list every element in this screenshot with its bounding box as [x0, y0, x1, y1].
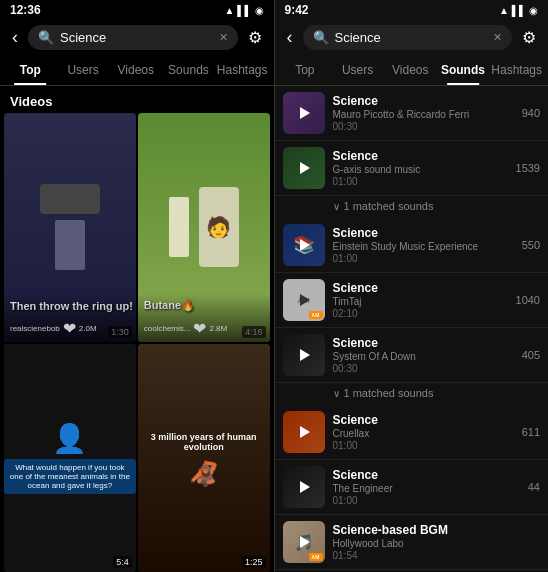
play-overlay-1 — [283, 92, 325, 134]
play-icon-4 — [300, 294, 310, 306]
sound-title-5: Science — [333, 336, 514, 350]
left-tab-videos[interactable]: Videos — [109, 55, 162, 85]
sound-info-2: Science G-axis sound music 01:00 — [333, 149, 508, 187]
sound-title-1: Science — [333, 94, 514, 108]
sound-info-4: Science TimTaj 02:10 — [333, 281, 508, 319]
right-search-input[interactable]: Science — [335, 30, 488, 45]
play-icon-2 — [300, 162, 310, 174]
battery-icon: ◉ — [255, 5, 264, 16]
sound-item-2[interactable]: Science G-axis sound music 01:00 1539 — [275, 141, 549, 196]
left-filter-button[interactable]: ⚙ — [244, 24, 266, 51]
sound-duration-8: 01:54 — [333, 550, 533, 561]
video-card-1[interactable]: Then throw the ring up! 1:30 realscieneb… — [4, 113, 136, 342]
sound-info-1: Science Mauro Picotto & Riccardo Ferri 0… — [333, 94, 514, 132]
sound-item-3[interactable]: 📚 Science Einstein Study Music Experienc… — [275, 218, 549, 273]
sound-artist-7: The Engineer — [333, 483, 520, 494]
sound-thumb-6 — [283, 411, 325, 453]
left-tab-hashtags[interactable]: Hashtags — [215, 55, 270, 85]
sound-info-5: Science System Of A Down 00:30 — [333, 336, 514, 374]
sound-info-8: Science-based BGM Hollywood Labo 01:54 — [333, 523, 533, 561]
left-search-input[interactable]: Science — [60, 30, 213, 45]
sound-duration-6: 01:00 — [333, 440, 514, 451]
play-icon-1 — [300, 107, 310, 119]
sound-title-3: Science — [333, 226, 514, 240]
audiomack-badge-8: AM — [309, 553, 323, 561]
play-overlay-7 — [283, 466, 325, 508]
video-2-meta: coolchemis... ❤ 2.8M — [144, 319, 264, 338]
sound-title-8: Science-based BGM — [333, 523, 533, 537]
sound-thumb-3: 📚 — [283, 224, 325, 266]
video-card-3[interactable]: 👤 What would happen if you took one of t… — [4, 344, 136, 573]
right-search-icon: 🔍 — [313, 30, 329, 45]
sound-count-6: 611 — [522, 426, 540, 438]
sound-title-6: Science — [333, 413, 514, 427]
video-grid: Then throw the ring up! 1:30 realscieneb… — [0, 113, 274, 572]
chevron-icon-5: ∨ — [333, 388, 340, 399]
left-status-icons: ▲ ▌▌ ◉ — [224, 5, 263, 16]
right-back-button[interactable]: ‹ — [283, 25, 297, 50]
sound-count-1: 940 — [522, 107, 540, 119]
right-tab-users[interactable]: Users — [331, 55, 384, 85]
matched-sounds-5[interactable]: ∨ 1 matched sounds — [275, 383, 549, 405]
right-search-bar: ‹ 🔍 Science ✕ ⚙ — [275, 20, 549, 55]
sound-count-2: 1539 — [516, 162, 540, 174]
matched-sounds-2[interactable]: ∨ 1 matched sounds — [275, 196, 549, 218]
audiomack-badge-4: AM — [309, 311, 323, 319]
video-thumb-4: 3 million years of human evolution 🦧 — [138, 344, 270, 573]
left-tabs: Top Users Videos Sounds Hashtags — [0, 55, 274, 86]
sound-artist-5: System Of A Down — [333, 351, 514, 362]
video-2-overlay: coolchemis... ❤ 2.8M — [138, 293, 270, 342]
right-search-clear[interactable]: ✕ — [493, 31, 502, 44]
play-overlay-6 — [283, 411, 325, 453]
sound-artist-4: TimTaj — [333, 296, 508, 307]
right-panel: 9:42 ▲ ▌▌ ◉ ‹ 🔍 Science ✕ ⚙ Top Users Vi… — [275, 0, 549, 572]
play-overlay-2 — [283, 147, 325, 189]
right-tab-hashtags[interactable]: Hashtags — [489, 55, 544, 85]
right-signal-icon: ▲ — [499, 5, 509, 16]
video-3-duration: 5:4 — [113, 556, 132, 568]
left-search-clear[interactable]: ✕ — [219, 31, 228, 44]
sound-item-5[interactable]: Science System Of A Down 00:30 405 — [275, 328, 549, 383]
left-tab-top[interactable]: Top — [4, 55, 57, 85]
video-card-4[interactable]: 3 million years of human evolution 🦧 1:2… — [138, 344, 270, 573]
sound-artist-8: Hollywood Labo — [333, 538, 533, 549]
sound-artist-1: Mauro Picotto & Riccardo Ferri — [333, 109, 514, 120]
right-status-icons: ▲ ▌▌ ◉ — [499, 5, 538, 16]
sound-thumb-7 — [283, 466, 325, 508]
video-1-overlay: realscienebob ❤ 2.0M — [4, 293, 136, 342]
sound-artist-3: Einstein Study Music Experience — [333, 241, 514, 252]
video-1-author: realscienebob — [10, 324, 60, 333]
right-tab-top[interactable]: Top — [279, 55, 332, 85]
video-thumb-3: 👤 What would happen if you took one of t… — [4, 344, 136, 573]
right-wifi-icon: ▌▌ — [512, 5, 526, 16]
right-tab-sounds[interactable]: Sounds — [437, 55, 490, 85]
video-4-duration: 1:25 — [242, 556, 266, 568]
sound-duration-2: 01:00 — [333, 176, 508, 187]
sound-item-6[interactable]: Science Cruellax 01:00 611 — [275, 405, 549, 460]
play-overlay-3 — [283, 224, 325, 266]
sound-thumb-8: 🎵 AM — [283, 521, 325, 563]
matched-text-2: 1 matched sounds — [344, 200, 434, 212]
sound-item-1[interactable]: Science Mauro Picotto & Riccardo Ferri 0… — [275, 86, 549, 141]
sound-title-4: Science — [333, 281, 508, 295]
right-status-bar: 9:42 ▲ ▌▌ ◉ — [275, 0, 549, 20]
right-filter-button[interactable]: ⚙ — [518, 24, 540, 51]
left-back-button[interactable]: ‹ — [8, 25, 22, 50]
sound-artist-2: G-axis sound music — [333, 164, 508, 175]
chevron-icon-2: ∨ — [333, 201, 340, 212]
sound-item-7[interactable]: Science The Engineer 01:00 44 — [275, 460, 549, 515]
right-tab-videos[interactable]: Videos — [384, 55, 437, 85]
sound-info-6: Science Cruellax 01:00 — [333, 413, 514, 451]
heart-icon-2: ❤ — [193, 319, 206, 338]
left-tab-sounds[interactable]: Sounds — [162, 55, 215, 85]
left-search-icon: 🔍 — [38, 30, 54, 45]
sound-thumb-4: AM AM — [283, 279, 325, 321]
sound-item-8[interactable]: 🎵 AM Science-based BGM Hollywood Labo 01… — [275, 515, 549, 570]
sound-thumb-5 — [283, 334, 325, 376]
video-card-2[interactable]: 🧑 Butane🔥 4:16 coolchemis... ❤ 2.8M — [138, 113, 270, 342]
left-search-wrap: 🔍 Science ✕ — [28, 25, 238, 50]
left-tab-users[interactable]: Users — [57, 55, 110, 85]
video-1-likes: 2.0M — [79, 324, 97, 333]
left-time: 12:36 — [10, 3, 41, 17]
sound-item-4[interactable]: AM AM Science TimTaj 02:10 1040 — [275, 273, 549, 328]
